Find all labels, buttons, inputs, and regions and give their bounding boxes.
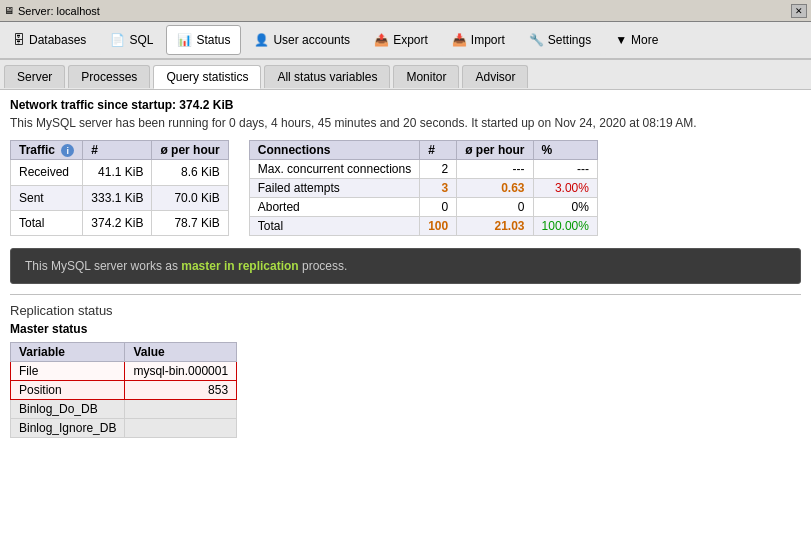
conn-aborted-perhour: 0 bbox=[457, 198, 533, 217]
rep-value-header: Value bbox=[125, 343, 237, 362]
table-row: Sent 333.1 KiB 70.0 KiB bbox=[11, 185, 229, 210]
settings-icon: 🔧 bbox=[529, 33, 544, 47]
sql-button[interactable]: 📄 SQL bbox=[99, 25, 164, 55]
import-label: Import bbox=[471, 33, 505, 47]
section-divider bbox=[10, 294, 801, 295]
rep-binlog-ignore-value bbox=[125, 419, 237, 438]
table-row: Received 41.1 KiB 8.6 KiB bbox=[11, 160, 229, 185]
databases-label: Databases bbox=[29, 33, 86, 47]
databases-button[interactable]: 🗄 Databases bbox=[2, 25, 97, 55]
table-row: Aborted 0 0 0% bbox=[249, 198, 597, 217]
rep-binlog-ignore-row: Binlog_Ignore_DB bbox=[11, 419, 237, 438]
table-row: Failed attempts 3 0.63 3.00% bbox=[249, 179, 597, 198]
network-summary: Network traffic since startup: 374.2 KiB bbox=[10, 98, 801, 112]
rep-position-row: Position 853 bbox=[11, 381, 237, 400]
conn-failed-label: Failed attempts bbox=[249, 179, 419, 198]
traffic-received-label: Received bbox=[11, 160, 83, 185]
traffic-sent-label: Sent bbox=[11, 185, 83, 210]
traffic-sent-value: 333.1 KiB bbox=[83, 185, 152, 210]
conn-label-header: Connections bbox=[249, 141, 419, 160]
tab-monitor[interactable]: Monitor bbox=[393, 65, 459, 88]
more-button[interactable]: ▼ More bbox=[604, 25, 669, 55]
export-icon: 📤 bbox=[374, 33, 389, 47]
traffic-num-header: # bbox=[83, 141, 152, 160]
rep-binlog-do-variable: Binlog_Do_DB bbox=[11, 400, 125, 419]
rep-position-variable: Position bbox=[11, 381, 125, 400]
conn-total-perhour: 21.03 bbox=[457, 217, 533, 236]
traffic-received-value: 41.1 KiB bbox=[83, 160, 152, 185]
conn-failed-perhour: 0.63 bbox=[457, 179, 533, 198]
tab-bar: Server Processes Query statistics All st… bbox=[0, 60, 811, 90]
status-button[interactable]: 📊 Status bbox=[166, 25, 241, 55]
traffic-col-header: Traffic i bbox=[11, 141, 83, 160]
user-accounts-button[interactable]: 👤 User accounts bbox=[243, 25, 361, 55]
replication-notice: This MySQL server works as master in rep… bbox=[10, 248, 801, 284]
status-label: Status bbox=[196, 33, 230, 47]
traffic-sent-perhour: 70.0 KiB bbox=[152, 185, 228, 210]
status-icon: 📊 bbox=[177, 33, 192, 47]
conn-failed-value: 3 bbox=[420, 179, 457, 198]
tab-query-statistics[interactable]: Query statistics bbox=[153, 65, 261, 89]
settings-label: Settings bbox=[548, 33, 591, 47]
more-label: More bbox=[631, 33, 658, 47]
rep-variable-header: Variable bbox=[11, 343, 125, 362]
conn-total-label: Total bbox=[249, 217, 419, 236]
table-row: Max. concurrent connections 2 --- --- bbox=[249, 160, 597, 179]
tab-all-status-variables[interactable]: All status variables bbox=[264, 65, 390, 88]
traffic-received-perhour: 8.6 KiB bbox=[152, 160, 228, 185]
connections-table: Connections # ø per hour % Max. concurre… bbox=[249, 140, 598, 236]
conn-aborted-pct: 0% bbox=[533, 198, 597, 217]
import-icon: 📥 bbox=[452, 33, 467, 47]
rep-file-variable: File bbox=[11, 362, 125, 381]
rep-binlog-ignore-variable: Binlog_Ignore_DB bbox=[11, 419, 125, 438]
conn-num-header: # bbox=[420, 141, 457, 160]
conn-pct-header: % bbox=[533, 141, 597, 160]
conn-max-pct: --- bbox=[533, 160, 597, 179]
title-bar: 🖥 Server: localhost ✕ bbox=[0, 0, 811, 22]
network-description: This MySQL server has been running for 0… bbox=[10, 116, 801, 130]
rep-binlog-do-value bbox=[125, 400, 237, 419]
table-row: Total 100 21.03 100.00% bbox=[249, 217, 597, 236]
replication-status-title: Replication status bbox=[10, 303, 801, 318]
conn-total-value: 100 bbox=[420, 217, 457, 236]
replication-table: Variable Value File mysql-bin.000001 Pos… bbox=[10, 342, 237, 438]
conn-aborted-label: Aborted bbox=[249, 198, 419, 217]
tab-advisor[interactable]: Advisor bbox=[462, 65, 528, 88]
traffic-total-label: Total bbox=[11, 210, 83, 235]
user-icon: 👤 bbox=[254, 33, 269, 47]
import-button[interactable]: 📥 Import bbox=[441, 25, 516, 55]
user-accounts-label: User accounts bbox=[273, 33, 350, 47]
traffic-total-perhour: 78.7 KiB bbox=[152, 210, 228, 235]
traffic-table: Traffic i # ø per hour Received 41.1 KiB… bbox=[10, 140, 229, 236]
menu-bar: 🗄 Databases 📄 SQL 📊 Status 👤 User accoun… bbox=[0, 22, 811, 60]
conn-aborted-value: 0 bbox=[420, 198, 457, 217]
table-row: Total 374.2 KiB 78.7 KiB bbox=[11, 210, 229, 235]
export-button[interactable]: 📤 Export bbox=[363, 25, 439, 55]
traffic-total-value: 374.2 KiB bbox=[83, 210, 152, 235]
conn-max-label: Max. concurrent connections bbox=[249, 160, 419, 179]
sql-icon: 📄 bbox=[110, 33, 125, 47]
rep-position-value: 853 bbox=[125, 381, 237, 400]
content-area: Network traffic since startup: 374.2 KiB… bbox=[0, 90, 811, 542]
databases-icon: 🗄 bbox=[13, 33, 25, 47]
conn-max-value: 2 bbox=[420, 160, 457, 179]
traffic-perhour-header: ø per hour bbox=[152, 141, 228, 160]
rep-file-row: File mysql-bin.000001 bbox=[11, 362, 237, 381]
conn-perhour-header: ø per hour bbox=[457, 141, 533, 160]
master-status-title: Master status bbox=[10, 322, 801, 336]
tab-server[interactable]: Server bbox=[4, 65, 65, 88]
replication-highlight: master in replication bbox=[181, 259, 298, 273]
stats-tables-row: Traffic i # ø per hour Received 41.1 KiB… bbox=[10, 140, 801, 236]
settings-button[interactable]: 🔧 Settings bbox=[518, 25, 602, 55]
traffic-info-icon[interactable]: i bbox=[61, 144, 74, 157]
app-icon: 🖥 bbox=[4, 5, 14, 16]
export-label: Export bbox=[393, 33, 428, 47]
conn-max-perhour: --- bbox=[457, 160, 533, 179]
conn-failed-pct: 3.00% bbox=[533, 179, 597, 198]
tab-processes[interactable]: Processes bbox=[68, 65, 150, 88]
more-chevron-icon: ▼ bbox=[615, 33, 627, 47]
close-button[interactable]: ✕ bbox=[791, 4, 807, 18]
conn-total-pct: 100.00% bbox=[533, 217, 597, 236]
sql-label: SQL bbox=[129, 33, 153, 47]
rep-file-value: mysql-bin.000001 bbox=[125, 362, 237, 381]
